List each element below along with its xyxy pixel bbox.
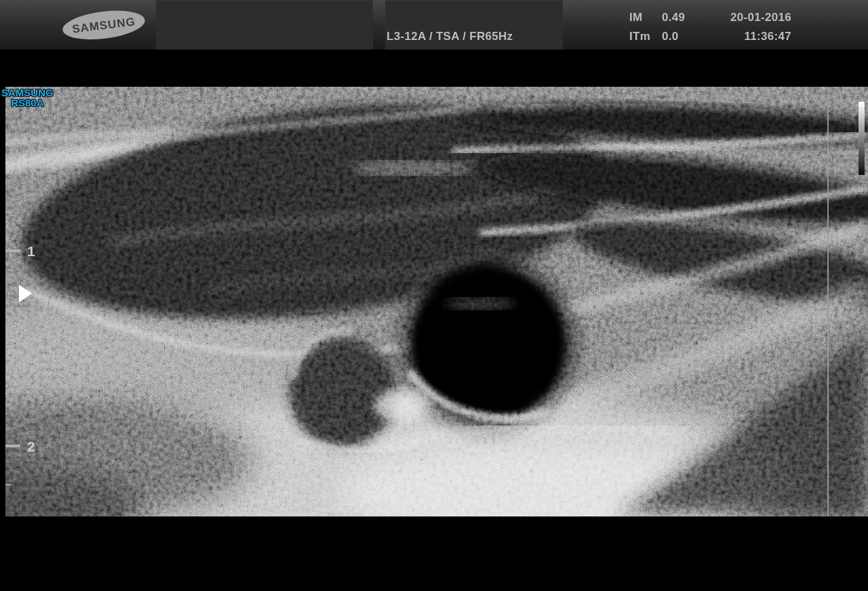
depth-label-1: 1 — [27, 243, 35, 259]
tgc-line[interactable] — [827, 87, 829, 516]
thumbnail-panel-left — [156, 0, 373, 49]
ti-label: ITm — [629, 30, 662, 43]
major-tick-1 — [5, 249, 20, 252]
minor-tick — [5, 365, 11, 367]
minor-tick — [5, 404, 11, 405]
exam-date: 20-01-2016 — [715, 11, 791, 24]
top-bar: SAMSUNG L3-12A / TSA / FR65Hz IM 0.49 IT… — [0, 0, 868, 49]
ultrasound-screen: { "machine": { "brand": "SAMSUNG", "mode… — [0, 0, 868, 591]
minor-tick — [5, 211, 11, 213]
brand-overlay-model: RS80A — [1, 98, 54, 108]
grayscale-bar — [859, 102, 865, 175]
ultrasound-image-area: 1 2 — [5, 87, 868, 516]
mi-readout: IM 0.49 — [629, 11, 685, 24]
minor-tick — [5, 134, 11, 136]
ti-readout: ITm 0.0 — [629, 30, 679, 43]
ti-value: 0.0 — [662, 30, 679, 43]
speckle-grain — [5, 87, 868, 516]
probe-info: L3-12A / TSA / FR65Hz — [387, 30, 513, 43]
major-tick-2 — [5, 445, 20, 447]
minor-tick — [5, 327, 11, 328]
mi-label: IM — [629, 11, 662, 24]
status-bar: 2D G62/DR60/MI8/P70/Frq Rés./3.5cm — [0, 49, 868, 72]
minor-tick — [5, 173, 11, 174]
brand-overlay-name: SAMSUNG — [1, 87, 54, 98]
mi-value: 0.49 — [662, 11, 685, 24]
bottom-black-area — [0, 516, 868, 591]
samsung-logo: SAMSUNG — [60, 7, 148, 43]
exam-time: 11:36:47 — [715, 30, 791, 43]
ultrasound-canvas: 1 2 — [5, 87, 868, 516]
minor-tick — [5, 484, 11, 485]
depth-label-2: 2 — [27, 439, 35, 454]
brand-overlay: SAMSUNG RS80A — [1, 87, 54, 108]
